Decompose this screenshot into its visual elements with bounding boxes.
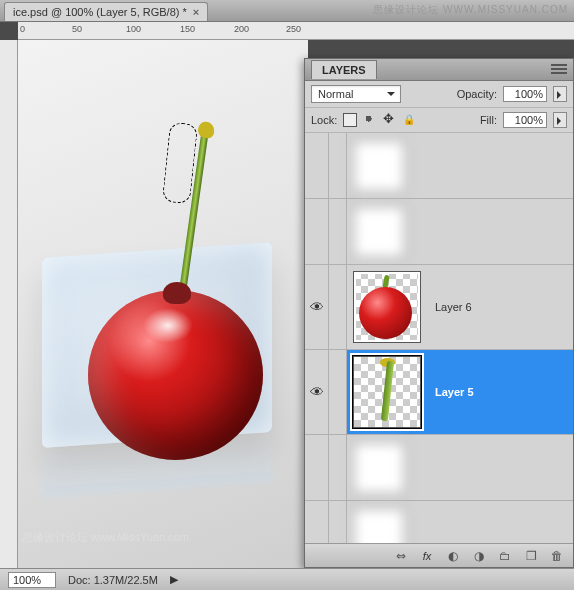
visibility-toggle[interactable] <box>305 133 329 198</box>
layer-list: 👁 Layer 6 👁 Layer 5 <box>305 133 573 543</box>
doc-size: Doc: 1.37M/22.5M <box>68 574 158 586</box>
opacity-input[interactable]: 100% <box>503 86 547 102</box>
panel-footer: ⇔ fx ◐ ◑ 🗀 ❐ 🗑 <box>305 543 573 567</box>
lock-position-icon[interactable] <box>383 113 397 127</box>
document-tab[interactable]: ice.psd @ 100% (Layer 5, RGB/8) * × <box>4 2 208 21</box>
layer-thumb[interactable] <box>353 356 421 428</box>
link-col <box>329 435 347 500</box>
layer-row[interactable] <box>305 501 573 543</box>
layer-row[interactable] <box>305 435 573 501</box>
fill-label: Fill: <box>480 114 497 126</box>
mask-icon[interactable]: ◐ <box>445 548 461 564</box>
layer-thumb[interactable] <box>353 206 405 258</box>
artboard: 思缘设计论坛 www.MissYuan.com <box>18 40 308 570</box>
layer-row[interactable] <box>305 133 573 199</box>
opacity-label: Opacity: <box>457 88 497 100</box>
ruler-vertical <box>0 40 18 568</box>
opacity-flyout-icon[interactable] <box>553 86 567 102</box>
ruler-tick: 150 <box>180 24 195 34</box>
link-col <box>329 133 347 198</box>
ruler-tick: 200 <box>234 24 249 34</box>
link-col <box>329 199 347 264</box>
ruler-tick: 0 <box>20 24 25 34</box>
layer-thumb[interactable] <box>353 508 405 544</box>
layers-panel: LAYERS Normal Opacity: 100% Lock: Fill: … <box>304 58 574 568</box>
layer-row-layer5[interactable]: 👁 Layer 5 <box>305 350 573 435</box>
layer-thumb[interactable] <box>353 442 405 494</box>
ruler-tick: 100 <box>126 24 141 34</box>
layer-thumb[interactable] <box>353 271 421 343</box>
layer-row-layer6[interactable]: 👁 Layer 6 <box>305 265 573 350</box>
visibility-toggle[interactable]: 👁 <box>305 265 329 349</box>
blend-mode-select[interactable]: Normal <box>311 85 401 103</box>
ruler-tick: 50 <box>72 24 82 34</box>
document-title: ice.psd @ 100% (Layer 5, RGB/8) * <box>13 6 187 18</box>
layer-thumb[interactable] <box>353 140 405 192</box>
panel-menu-icon[interactable] <box>551 64 567 76</box>
status-flyout-icon[interactable]: ▶ <box>170 573 178 586</box>
blend-row: Normal Opacity: 100% <box>305 81 573 108</box>
lock-transparent-icon[interactable] <box>343 113 357 127</box>
fill-input[interactable]: 100% <box>503 112 547 128</box>
fx-icon[interactable]: fx <box>419 548 435 564</box>
panel-tab-layers[interactable]: LAYERS <box>311 60 377 79</box>
watermark-top: 思缘设计论坛 WWW.MISSYUAN.COM <box>373 3 568 17</box>
ruler-tick: 250 <box>286 24 301 34</box>
lock-image-icon[interactable] <box>363 113 377 127</box>
close-icon[interactable]: × <box>193 6 199 18</box>
lock-label: Lock: <box>311 114 337 126</box>
layer-name[interactable]: Layer 6 <box>427 301 472 313</box>
link-col <box>329 350 347 434</box>
ruler-horizontal: 0 50 100 150 200 250 <box>18 22 574 40</box>
link-col <box>329 501 347 543</box>
watermark-bottom: 思缘设计论坛 www.MissYuan.com <box>22 530 189 545</box>
fill-flyout-icon[interactable] <box>553 112 567 128</box>
layer-name[interactable]: Layer 5 <box>427 386 474 398</box>
lock-all-icon[interactable] <box>403 113 417 127</box>
layer-row[interactable] <box>305 199 573 265</box>
link-layers-icon[interactable]: ⇔ <box>393 548 409 564</box>
adjustment-icon[interactable]: ◑ <box>471 548 487 564</box>
lock-row: Lock: Fill: 100% <box>305 108 573 133</box>
link-col <box>329 265 347 349</box>
visibility-toggle[interactable]: 👁 <box>305 350 329 434</box>
panel-header: LAYERS <box>305 59 573 81</box>
zoom-field[interactable]: 100% <box>8 572 56 588</box>
visibility-toggle[interactable] <box>305 435 329 500</box>
new-layer-icon[interactable]: ❐ <box>523 548 539 564</box>
visibility-toggle[interactable] <box>305 199 329 264</box>
visibility-toggle[interactable] <box>305 501 329 543</box>
group-icon[interactable]: 🗀 <box>497 548 513 564</box>
lock-icons <box>343 113 417 127</box>
cherry-graphic <box>88 290 263 460</box>
status-bar: 100% Doc: 1.37M/22.5M ▶ <box>0 568 574 590</box>
trash-icon[interactable]: 🗑 <box>549 548 565 564</box>
